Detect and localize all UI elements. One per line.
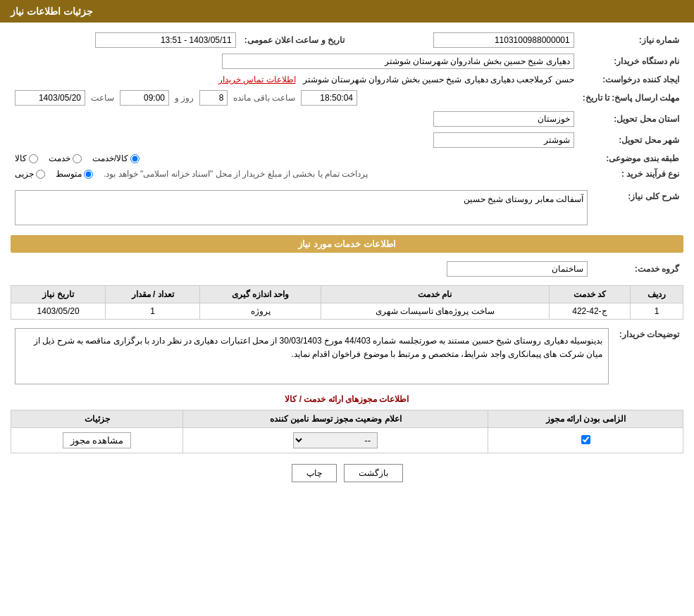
services-table: ردیف کد خدمت نام خدمت واحد اندازه گیری ت… <box>11 285 683 320</box>
requester-field: حسن کرملاجعب دهیاری دهیاری شیخ حسین بخش … <box>303 75 574 84</box>
cell-quantity: 1 <box>106 303 200 320</box>
service-group-value: ساختمان <box>11 258 592 279</box>
category-kala-option: کالا <box>15 153 38 163</box>
table-row: 1 ج-42-422 ساخت پروژه‌های تاسیسات شهری پ… <box>11 303 683 320</box>
services-section: اطلاعات خدمات مورد نیاز گروه خدمت: ساختم… <box>11 235 683 320</box>
service-group-field: ساختمان <box>447 261 588 277</box>
city-value: شوشتر <box>11 130 578 151</box>
col-quantity: تعداد / مقدار <box>106 286 200 303</box>
permits-status-select[interactable]: -- <box>293 432 378 448</box>
deadline-day-label: روز و <box>175 93 194 103</box>
permits-details-cell: مشاهده مجوز <box>11 428 183 453</box>
cell-service-name: ساخت پروژه‌های تاسیسات شهری <box>321 303 549 320</box>
page-header: جزئیات اطلاعات نیاز <box>0 0 694 23</box>
province-field: خوزستان <box>433 111 574 127</box>
cell-unit: پروژه <box>200 303 321 320</box>
category-kala-khedmat-radio[interactable] <box>130 154 140 163</box>
col-date: تاریخ نیاز <box>11 286 106 303</box>
cell-service-code: ج-42-422 <box>549 303 631 320</box>
province-label: استان محل تحویل: <box>578 108 683 130</box>
announcement-date-label: تاریخ و ساعت اعلان عمومی: <box>240 30 349 51</box>
print-button[interactable]: چاپ <box>292 464 337 482</box>
back-button[interactable]: بازگشت <box>344 464 403 482</box>
service-group-table: گروه خدمت: ساختمان <box>11 258 683 279</box>
purchase-jozii-radio[interactable] <box>36 170 45 179</box>
category-khedmat-option: خدمت <box>49 153 82 163</box>
services-section-header: اطلاعات خدمات مورد نیاز <box>11 235 683 253</box>
need-desc-table: شرح کلی نیاز: آسفالت معابر روستای شیخ حس… <box>11 187 683 228</box>
need-info-table: شماره نیاز: 1103100988000001 تاریخ و ساع… <box>11 30 683 182</box>
announcement-date-field: 1403/05/11 - 13:51 <box>95 32 236 48</box>
requester-label: ایجاد کننده درخواست: <box>578 72 683 87</box>
deadline-label: مهلت ارسال پاسخ: تا تاریخ: <box>578 87 683 108</box>
deadline-time-field: 09:00 <box>120 90 169 106</box>
deadline-date-field: 1403/05/20 <box>15 90 85 106</box>
purchase-type-label: نوع فرآیند خرید : <box>578 166 683 182</box>
category-kala-label: کالا <box>15 153 27 163</box>
deadline-row: 1403/05/20 ساعت 09:00 روز و 8 ساعت باقی … <box>11 87 578 108</box>
permits-section-title: اطلاعات مجوزهای ارائه خدمت / کالا <box>11 394 683 404</box>
buyer-notes-field: بدینوسیله دهیاری روستای شیخ حسین مستند ب… <box>15 328 609 384</box>
main-content: شماره نیاز: 1103100988000001 تاریخ و ساع… <box>0 23 694 500</box>
permits-status-cell: -- <box>183 428 488 453</box>
permits-col-required: الزامی بودن ارائه مجوز <box>488 410 683 428</box>
need-desc-field: آسفالت معابر روستای شیخ حسین <box>15 190 588 225</box>
purchase-jozii-option: جزیی <box>15 169 45 179</box>
province-value: خوزستان <box>11 108 578 130</box>
category-khedmat-label: خدمت <box>49 153 70 163</box>
category-label: طبقه بندی موضوعی: <box>578 151 683 166</box>
need-number-value: 1103100988000001 <box>349 30 578 51</box>
permits-col-status: اعلام وضعیت مجوز توسط نامین کننده <box>183 410 488 428</box>
purchase-jozii-label: جزیی <box>15 169 34 179</box>
announcement-date-value: 1403/05/11 - 13:51 <box>11 30 240 51</box>
category-kala-radio[interactable] <box>29 154 38 163</box>
deadline-time-label: ساعت <box>91 93 114 103</box>
purchase-motavasset-label: متوسط <box>56 169 82 179</box>
buyer-org-value: دهیاری شیخ حسین بخش شادروان شهرستان شوشت… <box>11 51 578 72</box>
page-title: جزئیات اطلاعات نیاز <box>11 6 93 17</box>
col-service-code: کد خدمت <box>549 286 631 303</box>
action-buttons: بازگشت چاپ <box>11 464 683 482</box>
purchase-note: پرداخت تمام یا بخشی از مبلغ خریدار از مح… <box>104 169 368 179</box>
deadline-remaining-label: ساعت باقی مانده <box>233 93 295 103</box>
purchase-motavasset-radio[interactable] <box>84 170 93 179</box>
col-service-name: نام خدمت <box>321 286 549 303</box>
need-number-field: 1103100988000001 <box>433 32 574 48</box>
category-khedmat-radio[interactable] <box>73 154 82 163</box>
col-unit: واحد اندازه گیری <box>200 286 321 303</box>
buyer-notes-value: بدینوسیله دهیاری روستای شیخ حسین مستند ب… <box>11 325 613 387</box>
contact-link[interactable]: اطلاعات تماس خریدار <box>218 75 296 84</box>
buyer-notes-label: توضیحات خریدار: <box>613 325 683 387</box>
category-kala-khedmat-option: کالا/خدمت <box>92 153 140 163</box>
deadline-days-field: 8 <box>199 90 228 106</box>
view-permit-button[interactable]: مشاهده مجوز <box>63 432 132 448</box>
category-kala-khedmat-label: کالا/خدمت <box>92 153 128 163</box>
permits-row: -- مشاهده مجوز <box>11 428 683 453</box>
cell-row-num: 1 <box>631 303 683 320</box>
deadline-remaining-field: 18:50:04 <box>301 90 357 106</box>
category-row: کالا خدمت کالا/خدمت <box>11 151 578 166</box>
need-desc-label: شرح کلی نیاز: <box>592 187 683 228</box>
purchase-motavasset-option: متوسط <box>56 169 93 179</box>
service-group-label: گروه خدمت: <box>592 258 683 279</box>
purchase-type-row: جزیی متوسط پرداخت تمام یا بخشی از مبلغ خ… <box>11 166 578 182</box>
col-row-num: ردیف <box>631 286 683 303</box>
notes-table: توضیحات خریدار: بدینوسیله دهیاری روستای … <box>11 325 683 387</box>
permits-required-checkbox[interactable] <box>581 435 590 444</box>
requester-value: حسن کرملاجعب دهیاری دهیاری شیخ حسین بخش … <box>11 72 578 87</box>
permits-table: الزامی بودن ارائه مجوز اعلام وضعیت مجوز … <box>11 410 683 453</box>
permits-section: اطلاعات مجوزهای ارائه خدمت / کالا الزامی… <box>11 394 683 453</box>
cell-date: 1403/05/20 <box>11 303 106 320</box>
page-container: جزئیات اطلاعات نیاز شماره نیاز: 11031009… <box>0 0 694 616</box>
need-number-label: شماره نیاز: <box>578 30 683 51</box>
buyer-org-label: نام دستگاه خریدار: <box>578 51 683 72</box>
need-desc-value: آسفالت معابر روستای شیخ حسین <box>11 187 592 228</box>
permits-col-details: جزئیات <box>11 410 183 428</box>
buyer-org-field: دهیاری شیخ حسین بخش شادروان شهرستان شوشت… <box>222 54 574 69</box>
city-label: شهر محل تحویل: <box>578 130 683 151</box>
city-field: شوشتر <box>433 132 574 148</box>
permits-required-cell <box>488 428 683 453</box>
